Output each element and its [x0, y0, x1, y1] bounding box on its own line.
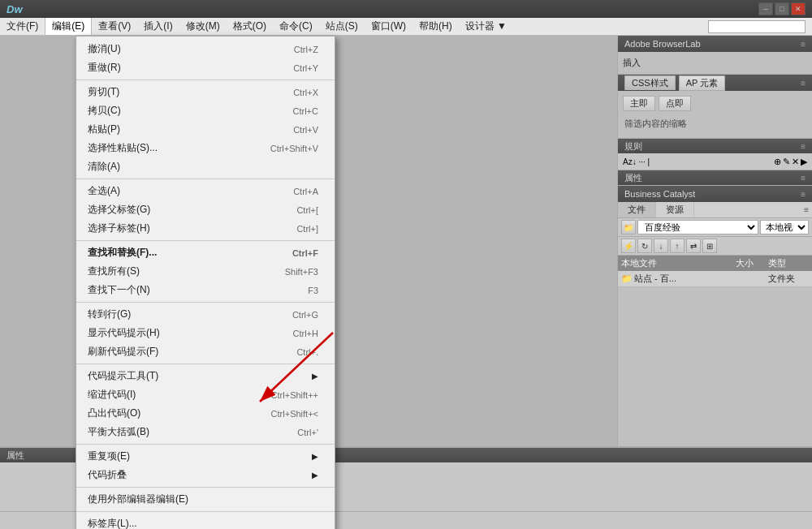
bc-connect-btn[interactable]: ⚡ [621, 239, 636, 253]
minimize-button[interactable]: – [758, 2, 773, 15]
bc-menu-icon[interactable]: ≡ [801, 190, 806, 199]
rules-panel-header: 規则 ≡ [618, 139, 812, 153]
close-button[interactable]: ✕ [791, 2, 806, 15]
bc-expand-icon[interactable]: ≡ [804, 205, 809, 214]
bc-right-controls: ≡ [804, 202, 812, 217]
bc-download-btn[interactable]: ↓ [654, 239, 668, 253]
menu-code-hint-tools[interactable]: 代码提示工具(T) ▶ [76, 367, 335, 385]
rules-more-icon[interactable]: ▶ [801, 157, 807, 167]
menu-command[interactable]: 命令(C) [273, 18, 319, 35]
css-btn2[interactable]: 点即 [659, 96, 691, 111]
menu-format[interactable]: 格式(O) [227, 18, 273, 35]
menu-tag-lib[interactable]: 标签库(L)... [76, 514, 335, 529]
menu-show-hint[interactable]: 显示代码提示(H) Ctrl+H [76, 324, 335, 342]
redo-label: 重做(R) [88, 61, 121, 75]
bc-refresh-btn[interactable]: ↻ [637, 239, 652, 253]
menu-edit[interactable]: 编辑(E) [45, 18, 92, 35]
menu-copy[interactable]: 拷贝(C) Ctrl+C [76, 101, 335, 120]
menu-selective-paste[interactable]: 选择性粘贴(S)... Ctrl+Shift+V [76, 139, 335, 157]
find-replace-label: 查找和替换(F)... [88, 246, 157, 260]
menu-find-replace[interactable]: 查找和替换(F)... Ctrl+F [76, 243, 335, 262]
menu-find-next[interactable]: 查找下一个(N) F3 [76, 281, 335, 299]
css-styles-tab[interactable]: CSS样式 [624, 75, 676, 90]
select-parent-label: 选择父标签(G) [88, 203, 150, 217]
menu-find-all[interactable]: 查找所有(S) Shift+F3 [76, 262, 335, 281]
bc-upload-btn[interactable]: ↑ [670, 239, 685, 253]
menu-cut[interactable]: 剪切(T) Ctrl+X [76, 83, 335, 101]
menu-indent[interactable]: 缩进代码(I) Ctrl+Shift++ [76, 385, 335, 404]
rules-icon[interactable]: ≡ [801, 142, 806, 151]
css-panel-menu-icon[interactable]: ≡ [801, 79, 806, 88]
bc-file-row[interactable]: 📁 站点 - 百... 文件夹 [618, 271, 812, 287]
menu-view[interactable]: 查看(V) [92, 18, 137, 35]
menu-repeat[interactable]: 重复项(E) ▶ [76, 447, 335, 466]
ap-elements-tab[interactable]: AP 元素 [679, 75, 726, 91]
menu-file[interactable]: 文件(F) [0, 18, 45, 35]
menu-goto-line[interactable]: 转到行(G) Ctrl+G [76, 305, 335, 324]
rules-delete-icon[interactable]: ✕ [792, 157, 799, 167]
menu-select-all[interactable]: 全选(A) Ctrl+A [76, 182, 335, 200]
menu-help[interactable]: 帮助(H) [412, 18, 459, 35]
panel-collapse-icon[interactable]: ≡ [801, 40, 806, 49]
goto-line-shortcut: Ctrl+G [292, 310, 318, 320]
menu-external-editor[interactable]: 使用外部编辑器编辑(E) [76, 490, 335, 509]
clear-label: 清除(A) [88, 160, 120, 174]
select-child-label: 选择子标签(H) [88, 221, 150, 235]
menu-select-child[interactable]: 选择子标签(H) Ctrl+] [76, 219, 335, 238]
sep-6 [76, 444, 335, 445]
css-btn1[interactable]: 主即 [623, 96, 655, 111]
insert-label: 插入 [623, 57, 641, 69]
menu-redo[interactable]: 重做(R) Ctrl+Y [76, 58, 335, 77]
menu-insert[interactable]: 插入(I) [137, 18, 179, 35]
sep-8 [76, 511, 335, 512]
bc-expand-btn[interactable]: ⊞ [702, 239, 717, 253]
sep-7 [76, 487, 335, 488]
bc-site-select[interactable]: 百度经验 [637, 220, 758, 234]
rules-action-icons: ⊕ ✎ ✕ ▶ [774, 157, 807, 167]
css-btn-row: 主即 点即 [623, 96, 807, 111]
selective-paste-label: 选择性粘贴(S)... [88, 141, 158, 155]
bc-sync-btn[interactable]: ⇄ [686, 239, 701, 253]
bc-folder-icon[interactable]: 📁 [621, 220, 636, 234]
menu-site[interactable]: 站点(S) [319, 18, 365, 35]
find-all-shortcut: Shift+F3 [285, 267, 318, 277]
browser-lab-body: 插入 [618, 52, 812, 74]
bc-tab-files[interactable]: 文件 [618, 202, 656, 217]
bc-col-type: 类型 [768, 257, 809, 269]
bc-panel-header: Business Catalyst ≡ [618, 186, 812, 202]
undo-label: 撤消(U) [88, 42, 121, 56]
balance-braces-shortcut: Ctrl+' [297, 428, 318, 437]
select-all-label: 全选(A) [88, 184, 120, 198]
menu-clear[interactable]: 清除(A) [76, 157, 335, 176]
properties-mini-panel: 属性 ≡ [618, 170, 812, 186]
properties-bar-title: 属性 [6, 449, 24, 462]
browser-lab-title: Adobe BrowserLab [624, 39, 701, 49]
properties-mini-icon[interactable]: ≡ [801, 174, 806, 183]
bc-action-toolbar: ⚡ ↻ ↓ ↑ ⇄ ⊞ [618, 237, 812, 256]
menu-select-parent[interactable]: 选择父标签(G) Ctrl+[ [76, 200, 335, 219]
menu-paste[interactable]: 粘贴(P) Ctrl+V [76, 120, 335, 139]
menu-undo[interactable]: 撤消(U) Ctrl+Z [76, 40, 335, 58]
menu-designer[interactable]: 设计器 ▼ [459, 18, 513, 35]
bc-view-select[interactable]: 本地视图 [760, 220, 809, 234]
maximize-button[interactable]: □ [775, 2, 789, 15]
menu-balance-braces[interactable]: 平衡大括弧(B) Ctrl+' [76, 423, 335, 441]
menu-window[interactable]: 窗口(W) [365, 18, 412, 35]
bc-col-size: 大小 [736, 257, 768, 269]
cut-label: 剪切(T) [88, 85, 119, 99]
search-input[interactable] [708, 20, 806, 33]
bc-tab-resources[interactable]: 资源 [656, 202, 694, 217]
rules-add-icon[interactable]: ⊕ [774, 157, 781, 167]
sep-4 [76, 302, 335, 303]
menu-code-collapse[interactable]: 代码折叠 ▶ [76, 466, 335, 484]
menu-modify[interactable]: 修改(M) [179, 18, 227, 35]
menu-outdent[interactable]: 凸出代码(O) Ctrl+Shift+< [76, 404, 335, 423]
refresh-hint-shortcut: Ctrl+. [296, 347, 318, 357]
select-child-shortcut: Ctrl+] [296, 224, 318, 234]
goto-line-label: 转到行(G) [88, 308, 131, 321]
menu-refresh-hint[interactable]: 刷新代码提示(F) Ctrl+. [76, 342, 335, 361]
css-panel-controls: ≡ [801, 79, 806, 88]
title-bar-left: Dw [6, 3, 28, 15]
rules-edit-icon[interactable]: ✎ [783, 157, 790, 167]
css-panel-body: 主即 点即 筛选内容的缩略 [618, 91, 812, 138]
